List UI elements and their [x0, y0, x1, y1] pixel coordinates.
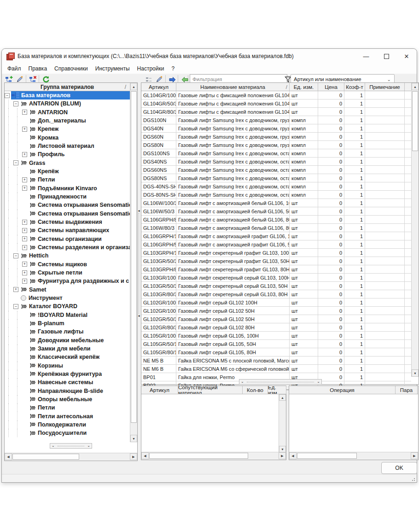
tree-item[interactable]: +Скрытые петли: [5, 269, 130, 277]
table-row[interactable]: GL103GR/50/3Газовый лифт секретерный гра…: [141, 257, 411, 265]
scroll-down-icon[interactable]: ▼: [279, 446, 286, 452]
menu-item-5[interactable]: ?: [168, 64, 178, 73]
tree-item[interactable]: −ANTARION (BLUM): [5, 99, 130, 108]
tree-item[interactable]: +Samet: [5, 286, 130, 294]
chevron-left-icon[interactable]: ◂: [138, 314, 140, 318]
tree-item[interactable]: Инструмент: [5, 294, 130, 302]
table-row[interactable]: DGS-40NS-SHOГазовый лифт Samsung Irex с …: [141, 182, 411, 191]
table-row[interactable]: GL102GR/100/3Газовый лифт серый GL102 10…: [141, 298, 411, 307]
tree-item[interactable]: Классический крепёж: [5, 353, 130, 361]
tree-item[interactable]: Листовой материал: [5, 142, 130, 150]
expand-icon[interactable]: +: [13, 287, 18, 292]
tree-item[interactable]: Доп._материалы: [5, 117, 130, 125]
tree-item[interactable]: +Системы направляющих: [5, 226, 130, 234]
column-header[interactable]: Коэф-т: [344, 83, 365, 91]
tree-item[interactable]: Кромка: [5, 134, 130, 142]
expand-icon[interactable]: +: [22, 279, 27, 284]
expand-icon[interactable]: +: [22, 177, 27, 182]
column-header[interactable]: Ед. изм.: [290, 83, 318, 91]
scroll-up-icon[interactable]: ▲: [412, 83, 419, 90]
table-row[interactable]: GL104GR/80/3Газовые лифты с фиксацией по…: [141, 108, 411, 116]
tree-item[interactable]: +Профиль: [5, 150, 130, 158]
tree-header[interactable]: Группа материалов /: [5, 83, 130, 91]
scrollbar-thumb[interactable]: [297, 453, 357, 459]
table-row[interactable]: GL103GR/100/3Газовый лифт секретерный се…: [141, 274, 411, 282]
tree-item[interactable]: Опоры мебельные: [5, 395, 130, 403]
column-header[interactable]: Артикул: [141, 386, 178, 394]
table-row[interactable]: GL102GR/50/3Газовый лифт серый GL102 50Н…: [141, 315, 411, 323]
scroll-up-icon[interactable]: ▲: [279, 394, 286, 401]
expand-icon[interactable]: +: [22, 220, 27, 225]
expand-icon[interactable]: +: [22, 236, 27, 241]
table-row[interactable]: GL102GR/80/3Газовый лифт серый GL102 80Н…: [141, 323, 411, 332]
tree-item[interactable]: Направляющие B-slide: [5, 386, 130, 395]
tree-item[interactable]: Корзины: [5, 362, 130, 370]
scroll-left-icon[interactable]: ◀: [289, 452, 297, 459]
table-row[interactable]: DGS80NSГазовый лифт Samsung Irex с довод…: [141, 174, 411, 182]
tree-item[interactable]: +Системы выдвижения: [5, 218, 130, 226]
column-header[interactable]: Сопутствующий материал: [178, 386, 243, 394]
table-row[interactable]: DGS40NSГазовый лифт Samsung Irex с довод…: [141, 158, 411, 166]
tree-item[interactable]: −База материалов: [5, 91, 130, 99]
menu-item-3[interactable]: Инструменты: [92, 64, 134, 73]
tree-item[interactable]: Система открывания Sensomatic: [5, 201, 130, 209]
tree-item[interactable]: Петли: [5, 403, 130, 412]
tree-item[interactable]: Петли антесольная: [5, 412, 130, 420]
tree-item[interactable]: Доводчики мебельные: [5, 336, 130, 345]
tree-item[interactable]: −Hettich: [5, 251, 130, 260]
column-header[interactable]: [405, 83, 412, 91]
expand-icon[interactable]: +: [22, 186, 27, 191]
chevron-down-icon[interactable]: ⌄: [315, 380, 321, 384]
menu-item-0[interactable]: Файл: [4, 64, 25, 73]
expand-icon[interactable]: +: [22, 152, 27, 157]
tree-item[interactable]: Посудосушители: [5, 429, 130, 437]
scroll-right-icon[interactable]: ▶: [130, 453, 137, 460]
tree-item[interactable]: Замки для мебели: [5, 345, 130, 353]
resize-grip[interactable]: [411, 477, 415, 481]
tree-item[interactable]: Система открывания Sensomatic: [5, 210, 130, 218]
column-header[interactable]: Цена: [318, 83, 344, 91]
table-row[interactable]: DGS100NSГазовый лифт Samsung Irex с дово…: [141, 149, 411, 158]
scroll-right-icon[interactable]: ▶: [411, 452, 418, 459]
tree-collapse-splitter[interactable]: ⌄ ⌄: [50, 443, 92, 449]
tree-item[interactable]: Газовые лифты: [5, 327, 130, 336]
tree-item[interactable]: −Каталог BOYARD: [5, 302, 130, 310]
ok-button[interactable]: OK: [381, 462, 417, 474]
scroll-left-icon[interactable]: ◀: [141, 452, 149, 459]
table-row[interactable]: DGS60NГазовый лифт Samsung Irex с доводч…: [141, 133, 411, 141]
table-row[interactable]: DGS80NГазовый лифт Samsung Irex с доводч…: [141, 141, 411, 149]
close-button[interactable]: ✕: [396, 49, 417, 64]
table-row[interactable]: GL106W/100/3Газовый лифт с амортизацией …: [141, 199, 411, 207]
tree-item[interactable]: +Подъёмники Kinvaro: [5, 184, 130, 193]
column-header[interactable]: Кол-во: [243, 386, 268, 394]
maximize-button[interactable]: [376, 49, 396, 64]
tree-item[interactable]: Принадлежности: [5, 193, 130, 201]
tree-item[interactable]: +Системы разделения и организа: [5, 243, 130, 251]
menu-item-4[interactable]: Настройки: [134, 64, 168, 73]
expand-icon[interactable]: +: [22, 110, 27, 115]
scrollbar-thumb[interactable]: [131, 91, 137, 423]
tree-item[interactable]: −Grass: [5, 159, 130, 167]
table-row[interactable]: GL103GR/80/3Газовый лифт секретерный сер…: [141, 290, 411, 298]
scroll-right-icon[interactable]: ▶: [279, 452, 286, 459]
chevron-down-icon[interactable]: ⌄: [239, 380, 245, 384]
column-header[interactable]: Артикул: [141, 83, 176, 91]
table-row[interactable]: GL106W/80/3Газовый лифт с амортизацией б…: [141, 224, 411, 232]
column-header[interactable]: Пара: [396, 386, 418, 394]
table-row[interactable]: GL104GR/100/3Газовые лифты с фиксацией п…: [141, 91, 411, 99]
related-horizontal-scrollbar[interactable]: ◀ ▶: [141, 452, 286, 460]
scrollbar-thumb[interactable]: [412, 91, 418, 151]
table-row[interactable]: GL102GR/100/3Газовый лифт серый GL102 50…: [141, 307, 411, 315]
table-row[interactable]: GL103GR/50/3Газовый лифт секретерный сер…: [141, 282, 411, 290]
table-row[interactable]: GL104GR/50/3Газовые лифты с фиксацией по…: [141, 99, 411, 108]
table-row[interactable]: DGS60NSГазовый лифт Samsung Irex с довод…: [141, 166, 411, 174]
table-row[interactable]: GL105GR/100/1Газовый лифт серый GL105, 1…: [141, 332, 411, 340]
expand-icon[interactable]: +: [22, 262, 27, 267]
tree-item[interactable]: +Системы организации: [5, 235, 130, 243]
scroll-up-icon[interactable]: ▲: [130, 83, 137, 90]
table-row[interactable]: GL105GR/80/1Газовый лифт серый GL105, 80…: [141, 348, 411, 357]
tree-item[interactable]: Крепёж: [5, 167, 130, 175]
tree-vertical-scrollbar[interactable]: ▲ ▼: [130, 83, 137, 442]
related-vertical-scrollbar[interactable]: ▲ ▼: [279, 394, 286, 452]
table-row[interactable]: DGS100NГазовый лифт Samsung Irex с довод…: [141, 116, 411, 124]
